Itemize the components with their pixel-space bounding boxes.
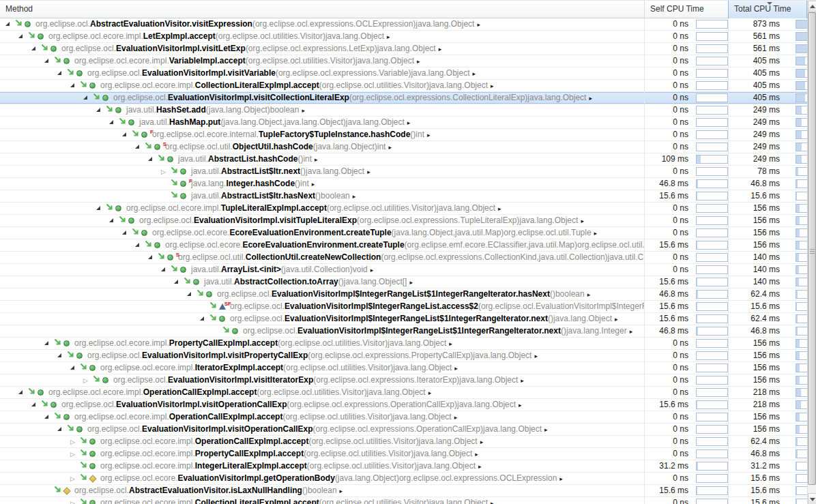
self-time-cell: 0 ns (645, 497, 729, 504)
expander-expanded-icon[interactable] (122, 228, 131, 239)
expander-collapsed-icon[interactable]: ▷ (70, 473, 79, 485)
tree-row[interactable]: org.eclipse.ocl.ecore.EcoreEvaluationEnv… (0, 239, 816, 252)
tree-row[interactable]: org.eclipse.ocl.ecore.impl.TupleLiteralE… (0, 203, 816, 215)
expander-expanded-icon[interactable] (161, 265, 170, 276)
vertical-scrollbar[interactable] (807, 1, 816, 504)
tree-row[interactable]: org.eclipse.ocl.AbstractEvaluationVisito… (0, 485, 816, 497)
call-arrow-icon (92, 92, 102, 104)
tree-row[interactable]: org.eclipse.ocl.ecore.impl.PropertyCallE… (0, 338, 816, 350)
tree-row[interactable]: org.eclipse.ocl.EvaluationVisitorImpl.vi… (0, 399, 816, 411)
method-text: java.util.AbstractList.hashCode()int▸ (178, 154, 318, 164)
expander-collapsed-icon[interactable]: ▷ (70, 448, 79, 460)
tree-row[interactable]: ▷org.eclipse.ocl.ecore.EvaluationVisitor… (0, 473, 816, 485)
expander-expanded-icon[interactable] (109, 216, 118, 227)
expander-expanded-icon[interactable] (18, 31, 27, 43)
column-header-method[interactable]: Method (0, 1, 645, 18)
expander-expanded-icon[interactable] (5, 19, 14, 31)
tree-row[interactable]: org.eclipse.ocl.ecore.impl.IteratorExpIm… (0, 362, 816, 374)
tree-row[interactable]: java.util.AbstractList.hashCode()int▸109… (0, 153, 816, 166)
expander-collapsed-icon[interactable]: ▷ (70, 436, 79, 448)
expander-expanded-icon[interactable] (44, 56, 53, 68)
tree-row[interactable]: org.eclipse.ocl.ecore.impl.OperationCall… (0, 387, 816, 399)
tree-row[interactable]: org.eclipse.ocl.ecore.impl.IntegerLitera… (0, 460, 816, 473)
expander-expanded-icon[interactable] (70, 80, 79, 92)
expander-expanded-icon[interactable] (57, 424, 66, 436)
tree-row[interactable]: java.util.AbstractCollection.toArray()ja… (0, 276, 816, 288)
method-name: EvaluationVisitorImpl$IntegerRangeList$1… (272, 289, 550, 299)
method-cell: Forg.eclipse.ocl.ecore.internal.TupleFac… (0, 129, 645, 141)
tree-row[interactable]: ▷org.eclipse.ocl.ecore.impl.CollectionLi… (0, 497, 816, 504)
expander-expanded-icon[interactable] (200, 314, 209, 325)
tree-row[interactable]: org.eclipse.ocl.EvaluationVisitorImpl.vi… (0, 68, 816, 80)
tree-row[interactable]: java.util.HashSet.add(java.lang.Object)b… (0, 104, 816, 117)
expander-expanded-icon[interactable] (31, 400, 40, 411)
tree-row[interactable]: ▷org.eclipse.ocl.EvaluationVisitorImpl.v… (0, 374, 816, 387)
tree-row[interactable]: org.eclipse.ocl.EvaluationVisitorImpl.vi… (0, 424, 816, 436)
method-text: org.eclipse.ocl.ecore.impl.IntegerLitera… (100, 461, 482, 471)
expander-expanded-icon[interactable] (187, 289, 196, 301)
tree-row[interactable]: ▷org.eclipse.ocl.ecore.impl.PropertyCall… (0, 448, 816, 460)
tree-row[interactable]: Fjava.lang.Integer.hashCode()int▸46.8 ms… (0, 178, 816, 190)
more-marker-icon: ▸ (407, 119, 411, 126)
expander-expanded-icon[interactable] (122, 130, 131, 141)
expander-expanded-icon[interactable] (148, 154, 157, 166)
scrollbar-thumb[interactable] (808, 12, 816, 485)
column-header-self-cpu-time[interactable]: Self CPU Time (645, 1, 729, 18)
tree-row[interactable]: org.eclipse.ocl.ecore.impl.VariableImpl.… (0, 55, 816, 68)
arrow-up-icon (810, 5, 815, 8)
tree-row[interactable]: org.eclipse.ocl.EvaluationVisitorImpl.vi… (0, 350, 816, 362)
tree-row[interactable]: org.eclipse.ocl.EvaluationVisitorImpl$In… (0, 325, 816, 338)
expander-collapsed-icon[interactable]: ▷ (83, 374, 92, 387)
expander-expanded-icon[interactable] (148, 252, 157, 264)
method-visibility-icon (89, 80, 100, 92)
expander-expanded-icon[interactable] (96, 105, 105, 117)
self-time-cell: 0 ns (645, 411, 729, 424)
method-package: org.eclipse.ocl.ecore.impl. (100, 498, 195, 504)
expander-expanded-icon[interactable] (83, 93, 92, 104)
column-header-total-cpu-time[interactable]: Total CPU Time (729, 1, 807, 18)
tree-row[interactable]: Sorg.eclipse.ocl.util.ObjectUtil.hashCod… (0, 141, 816, 153)
expander-expanded-icon[interactable] (31, 44, 40, 55)
expander-expanded-icon[interactable] (109, 117, 118, 129)
tree-row[interactable]: Sorg.eclipse.ocl.util.CollectionUtil.cre… (0, 252, 816, 264)
tree-row[interactable]: org.eclipse.ocl.EvaluationVisitorImpl.vi… (0, 215, 816, 227)
self-time-cell: 15.6 ms (645, 485, 729, 497)
tree-row[interactable]: org.eclipse.ocl.EvaluationVisitorImpl$In… (0, 313, 816, 325)
expander-expanded-icon[interactable] (18, 387, 27, 399)
tree-row[interactable]: org.eclipse.ocl.ecore.impl.CollectionLit… (0, 80, 816, 92)
scroll-up-button[interactable] (808, 1, 816, 12)
tree-row[interactable]: ▷org.eclipse.ocl.ecore.impl.OperationCal… (0, 436, 816, 448)
total-time-value: 218 ms (753, 387, 780, 398)
tree-row[interactable]: org.eclipse.ocl.EvaluationVisitorImpl.vi… (0, 43, 816, 55)
total-time-value: 140 ms (753, 276, 780, 288)
more-marker-icon: ▸ (594, 230, 598, 237)
expander-expanded-icon[interactable] (96, 203, 105, 215)
method-visibility-icon (180, 166, 191, 178)
tree-row[interactable]: java.util.ArrayList.<init>(java.util.Col… (0, 264, 816, 276)
expander-expanded-icon[interactable] (44, 338, 53, 350)
tree-row[interactable]: java.util.AbstractList$Itr.hasNext()bool… (0, 190, 816, 203)
tree-row[interactable]: org.eclipse.ocl.EvaluationVisitorImpl$In… (0, 288, 816, 301)
tree-row[interactable]: org.eclipse.ocl.EvaluationVisitorImpl.vi… (0, 92, 816, 104)
tree-row[interactable]: SForg.eclipse.ocl.EvaluationVisitorImpl$… (0, 301, 816, 313)
total-time-cell: 156 ms (729, 424, 816, 436)
expander-collapsed-icon[interactable]: ▷ (70, 497, 79, 504)
scroll-down-button[interactable] (808, 493, 816, 504)
expander-expanded-icon[interactable] (135, 240, 144, 252)
expander-expanded-icon[interactable] (44, 412, 53, 424)
expander-expanded-icon[interactable] (70, 363, 79, 374)
tree-row[interactable]: org.eclipse.ocl.ecore.EcoreEvaluationEnv… (0, 227, 816, 239)
method-cell: java.util.ArrayList.<init>(java.util.Col… (0, 264, 645, 276)
tree-row[interactable]: org.eclipse.ocl.ecore.impl.LetExpImpl.ac… (0, 31, 816, 43)
expander-expanded-icon[interactable] (57, 351, 66, 362)
tree-row[interactable]: Forg.eclipse.ocl.ecore.internal.TupleFac… (0, 129, 816, 141)
expander-expanded-icon[interactable] (135, 142, 144, 153)
tree-row[interactable]: ▷java.util.AbstractList$Itr.next()java.l… (0, 166, 816, 178)
expander-expanded-icon[interactable] (174, 277, 183, 288)
tree-row[interactable]: org.eclipse.ocl.ecore.impl.OperationCall… (0, 411, 816, 424)
tree-row[interactable]: java.util.HashMap.put(java.lang.Object,j… (0, 117, 816, 129)
expander-collapsed-icon[interactable]: ▷ (161, 166, 170, 178)
expander-expanded-icon[interactable] (57, 68, 66, 80)
method-name: OperationCallExpImpl.accept (195, 436, 309, 446)
tree-row[interactable]: org.eclipse.ocl.AbstractEvaluationVisito… (0, 18, 816, 31)
